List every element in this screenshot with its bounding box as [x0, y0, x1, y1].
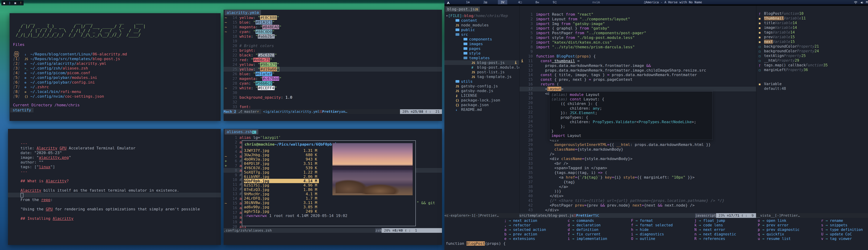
- tree-node[interactable]: JSgatsby-config.js: [444, 84, 519, 88]
- workspace-1[interactable]: 1⊕: [463, 0, 472, 4]
- vista-item[interactable]: ■prevVariable15: [756, 35, 868, 39]
- workspace-8[interactable]: 8✉: [533, 0, 542, 4]
- tree-node[interactable]: JSblog-post.jsi: [444, 60, 519, 65]
- startify-list-item[interactable]: [7] ⚙~/.zshrc: [13, 85, 221, 89]
- which-key-binding[interactable]: d → declaration: [568, 223, 601, 227]
- vista-item[interactable]: ■tagsVariable14: [756, 30, 868, 35]
- vista-outline-pane[interactable]: ƒBlogPostFunction10■thumbnailVariable11■…: [756, 6, 868, 213]
- coc-explorer-pane[interactable]: blog-post.jsJS▾[FILE]:blog/home/chris/Re…: [444, 6, 519, 213]
- vista-item[interactable]: □textAlignProperty25: [756, 54, 868, 58]
- tree-node[interactable]: content: [444, 18, 519, 23]
- code-pane[interactable]: 1import React from "react"2import Layout…: [520, 6, 756, 213]
- tree-node[interactable]: components: [444, 37, 519, 41]
- popup-file-row[interactable]: 3JWY37f.jpg1.31 M: [244, 148, 319, 153]
- startify-list-item[interactable]: [9] {}~/.config/nvim/coc-settings.json: [13, 94, 221, 99]
- tree-node[interactable]: #blog-post.module.le: [444, 65, 519, 70]
- vista-item[interactable]: ■thumbnailVariable11: [756, 16, 868, 21]
- which-key-binding[interactable]: q → quickfix: [758, 232, 784, 236]
- vista-item[interactable]: ■imageVariable14: [756, 25, 868, 30]
- tree-node[interactable]: JSgatsby-node.js: [444, 88, 519, 93]
- which-key-binding[interactable]: p → prev diagnostic: [758, 228, 799, 232]
- which-key-binding[interactable]: b → prev action: [504, 232, 537, 236]
- notification-icon[interactable]: !: [20, 1, 22, 5]
- startify-list-item[interactable]: [6] ⚙~/.config/polybar/config.ini: [13, 80, 221, 85]
- which-key-binding[interactable]: c → commands: [568, 219, 594, 223]
- which-key-binding[interactable]: j → float jump: [694, 219, 725, 223]
- startify-list-item[interactable]: [3] >_~/.config/zsh/aliases.zsh: [13, 66, 221, 71]
- popup-file-row[interactable]: 3UwJhbg.jpg680 K: [244, 153, 319, 157]
- which-key-binding[interactable]: i → diagnostics: [631, 232, 664, 236]
- popup-file-row[interactable]: ad6v90y.jpg3.05 M: [244, 205, 319, 209]
- which-key-binding[interactable]: h → hide: [631, 228, 649, 232]
- tree-node[interactable]: JStag-template.js: [444, 74, 519, 79]
- vista-item[interactable]: □backgroundColorProperty24: [756, 49, 868, 54]
- nvim-editor[interactable]: blog-post.jsJS▾[FILE]:blog/home/chris/Re…: [444, 6, 868, 250]
- tree-node[interactable]: templates: [444, 56, 519, 60]
- bluetooth-icon[interactable]: ᛒ: [9, 1, 10, 5]
- spotify-now-playing[interactable]: ♫America - A Horse with No Name: [644, 0, 702, 4]
- tree-node[interactable]: JSnode_modules: [444, 23, 519, 27]
- which-key-binding[interactable]: ; → next action: [504, 219, 537, 223]
- workspace-9[interactable]: 9♫: [550, 0, 559, 4]
- which-key-binding[interactable]: n → next diagnostic: [694, 232, 736, 236]
- volume-icon[interactable]: [860, 0, 864, 4]
- popup-file-row[interactable]: 6QbF0pb.jpg4.14 M: [244, 179, 319, 183]
- explorer-root[interactable]: ▾[FILE]:blog/home/chris/Rep: [446, 13, 519, 18]
- which-key-binding[interactable]: F → format: [631, 219, 653, 223]
- which-key-binding[interactable]: s → snippets: [821, 223, 847, 227]
- aliases-terminal[interactable]: aliases.zsh>_1alias lg='lazygit'2ali3ali…: [224, 129, 442, 245]
- which-key-binding[interactable]: d → definition: [568, 228, 598, 232]
- workspace-3[interactable]: 3V: [498, 0, 507, 4]
- popup-file-row[interactable]: 9hMxcHr.jpg4.1 M: [244, 192, 319, 196]
- tree-node[interactable]: ⚷LICENSE: [444, 93, 519, 98]
- explorer-tab[interactable]: blog-post.jsJS: [445, 7, 480, 12]
- tree-node[interactable]: {}package.json: [444, 103, 519, 107]
- which-key-binding[interactable]: e → extensions: [504, 237, 535, 241]
- vista-item[interactable]: ƒBlogPostFunction10: [756, 11, 868, 16]
- arch-logo-icon[interactable]: [446, 0, 450, 5]
- which-key-binding[interactable]: U → update CoC: [821, 232, 852, 236]
- popup-file-row[interactable]: 30iNVBw.jpg3.11 M: [244, 200, 319, 205]
- which-key-binding[interactable]: k → code lens: [694, 223, 723, 227]
- tray-bar[interactable]: ●ᛒ▣!: [1, 1, 24, 5]
- vista-item[interactable]: □marginLeftProperty36: [756, 67, 868, 72]
- vista-item[interactable]: ƒtags.map() callbackFunction35: [756, 63, 868, 67]
- popup-file-row[interactable]: 6zS17Sj.jpg4.96 M: [244, 183, 319, 188]
- tree-node[interactable]: pages: [444, 46, 519, 51]
- popup-file-row[interactable]: 4bORVJa.jpg943 K: [244, 157, 319, 161]
- fzf-preview-popup[interactable]: chris@machine~/Pics/wallpapers/6QbF0pb.j…: [242, 140, 416, 226]
- popup-file-row[interactable]: 24LrDFQ.jpg1.7 M: [244, 196, 319, 200]
- workspace-2[interactable]: 2▤: [480, 0, 490, 4]
- which-key-binding[interactable]: v → tag viewer: [821, 237, 852, 241]
- which-key-binding[interactable]: , → refactor: [504, 223, 531, 227]
- popup-file-row[interactable]: 6iibVNY.jpg2.06 M: [244, 174, 319, 179]
- display-icon[interactable]: ▣: [14, 1, 16, 5]
- startify-list-item[interactable]: [4] ⚙~/.config/picom/picom.conf: [13, 71, 221, 75]
- startify-terminal[interactable]: _ __ _ __ ___ __ ___ / |/ / _ __(_)_ __ …: [9, 13, 221, 121]
- which-key-binding[interactable]: N → next error: [694, 228, 725, 232]
- which-key-binding[interactable]: r → rename: [821, 219, 843, 223]
- vista-item[interactable]: ■titleVariable14: [756, 21, 868, 25]
- vista-item[interactable]: □backgroundColorProperty21: [756, 44, 868, 49]
- tree-node[interactable]: style: [444, 51, 519, 56]
- vista-item[interactable]: □__htmlProperty29: [756, 58, 868, 63]
- which-key-binding[interactable]: i → implementation: [568, 237, 607, 241]
- which-key-binding[interactable]: f → fix current: [568, 232, 601, 236]
- tree-node[interactable]: {}package-lock.json: [444, 98, 519, 103]
- popup-file-row[interactable]: 04PDl3F.jpg3.51 M: [244, 161, 319, 166]
- startify-list-item[interactable]: [8] ≡~/.local/bin/rofi-menu: [13, 89, 221, 94]
- startify-list-item[interactable]: [1] JS~/Repos/blog/src/templates/blog-po…: [13, 56, 221, 61]
- popup-file-row[interactable]: 4Y6C0JV.jpg539 K: [244, 166, 319, 170]
- which-key-binding[interactable]: P → prev error: [758, 223, 788, 227]
- which-key-binding[interactable]: t → type definition: [821, 228, 863, 232]
- which-key-binding[interactable]: f → format selected: [631, 223, 673, 227]
- tree-node[interactable]: utils: [444, 79, 519, 84]
- which-key-binding[interactable]: a → selected action: [504, 228, 546, 232]
- vista-item[interactable]: ■nextVariable15: [756, 39, 868, 44]
- popup-file-row[interactable]: 07nEzQ3.jpg1.86 M: [244, 188, 319, 192]
- discord-icon[interactable]: ●: [3, 1, 5, 5]
- which-key-binding[interactable]: O → outline: [631, 237, 655, 241]
- tree-node[interactable]: JSpost-list.js: [444, 70, 519, 74]
- alacritty-yml-terminal[interactable]: alacritty.yml⚙~14yellow: "#EBCB8B"~15blu…: [224, 10, 442, 121]
- workspace-4[interactable]: 4▢: [515, 0, 525, 4]
